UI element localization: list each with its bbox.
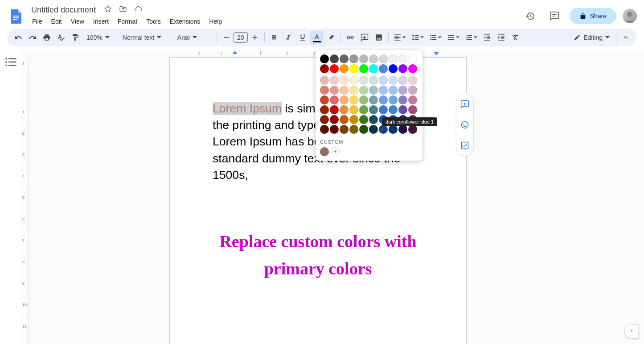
color-swatch[interactable]	[389, 76, 398, 85]
color-swatch[interactable]	[359, 125, 368, 134]
color-swatch[interactable]	[379, 86, 388, 95]
color-swatch[interactable]	[398, 86, 407, 95]
menu-file[interactable]: File	[29, 16, 46, 27]
color-swatch[interactable]	[320, 64, 329, 73]
color-swatch[interactable]	[340, 64, 349, 73]
explore-button[interactable]	[624, 324, 639, 339]
color-swatch[interactable]	[330, 76, 339, 85]
numbered-list-button[interactable]	[463, 31, 480, 44]
color-swatch[interactable]	[369, 64, 378, 73]
color-swatch[interactable]	[379, 95, 388, 104]
color-swatch[interactable]	[340, 115, 349, 124]
color-swatch[interactable]	[330, 105, 339, 114]
color-swatch[interactable]	[389, 125, 398, 134]
color-swatch[interactable]	[349, 54, 358, 63]
color-swatch[interactable]	[389, 105, 398, 114]
color-swatch[interactable]	[369, 95, 378, 104]
color-swatch[interactable]	[340, 54, 349, 63]
docs-logo[interactable]	[7, 6, 25, 26]
font-size-input[interactable]	[234, 32, 248, 43]
color-swatch[interactable]	[369, 54, 378, 63]
color-swatch[interactable]	[330, 54, 339, 63]
color-swatch[interactable]	[398, 95, 407, 104]
checklist-button[interactable]	[427, 31, 444, 44]
color-swatch[interactable]	[349, 76, 358, 85]
text-color-button[interactable]	[310, 31, 324, 44]
italic-button[interactable]	[282, 31, 295, 44]
color-swatch[interactable]	[389, 54, 398, 63]
star-icon[interactable]	[104, 5, 112, 15]
zoom-dropdown[interactable]: 100%	[83, 31, 113, 44]
color-swatch[interactable]	[398, 125, 407, 134]
color-swatch[interactable]	[408, 105, 417, 114]
custom-color-swatch[interactable]	[320, 147, 329, 156]
clear-format-button[interactable]	[509, 31, 522, 44]
color-swatch[interactable]	[398, 54, 407, 63]
color-swatch[interactable]	[340, 125, 349, 134]
color-swatch[interactable]	[320, 76, 329, 85]
increase-font-button[interactable]	[248, 31, 262, 44]
color-swatch[interactable]	[408, 76, 417, 85]
color-swatch[interactable]	[408, 125, 417, 134]
history-icon[interactable]	[521, 7, 539, 25]
color-swatch[interactable]	[359, 86, 368, 95]
line-spacing-button[interactable]	[409, 31, 426, 44]
color-swatch[interactable]	[320, 125, 329, 134]
color-swatch[interactable]	[359, 54, 368, 63]
image-button[interactable]	[372, 31, 386, 44]
color-swatch[interactable]	[389, 64, 398, 73]
color-swatch[interactable]	[379, 54, 388, 63]
align-button[interactable]	[391, 31, 408, 44]
color-swatch[interactable]	[330, 86, 339, 95]
bullet-list-button[interactable]	[445, 31, 462, 44]
color-swatch[interactable]	[369, 105, 378, 114]
decrease-indent-button[interactable]	[480, 31, 494, 44]
color-swatch[interactable]	[389, 86, 398, 95]
color-swatch[interactable]	[369, 86, 378, 95]
color-swatch[interactable]	[369, 125, 378, 134]
bold-button[interactable]	[267, 31, 281, 44]
move-icon[interactable]	[119, 5, 127, 15]
menu-extensions[interactable]: Extensions	[166, 16, 204, 27]
color-swatch[interactable]	[349, 105, 358, 114]
menu-format[interactable]: Format	[114, 16, 141, 27]
color-swatch[interactable]	[398, 105, 407, 114]
color-swatch[interactable]	[340, 76, 349, 85]
color-swatch[interactable]	[330, 64, 339, 73]
print-button[interactable]	[40, 31, 53, 44]
color-swatch[interactable]	[359, 95, 368, 104]
color-swatch[interactable]	[340, 105, 349, 114]
cloud-icon[interactable]	[134, 5, 142, 15]
menu-edit[interactable]: Edit	[48, 16, 66, 27]
emoji-side-button[interactable]	[458, 118, 472, 132]
color-swatch[interactable]	[340, 86, 349, 95]
undo-button[interactable]	[12, 31, 25, 44]
decrease-font-button[interactable]	[220, 31, 233, 44]
color-swatch[interactable]	[320, 95, 329, 104]
paint-format-button[interactable]	[69, 31, 82, 44]
color-swatch[interactable]	[369, 115, 378, 124]
document-title[interactable]: Untitled document	[29, 4, 98, 16]
redo-button[interactable]	[26, 31, 39, 44]
paragraph-style-dropdown[interactable]: Normal text	[119, 31, 168, 44]
menu-view[interactable]: View	[67, 16, 88, 27]
color-swatch[interactable]	[359, 115, 368, 124]
share-button[interactable]: Share	[570, 8, 616, 24]
increase-indent-button[interactable]	[495, 31, 508, 44]
color-swatch[interactable]	[330, 125, 339, 134]
link-button[interactable]	[344, 31, 357, 44]
menu-tools[interactable]: Tools	[143, 16, 164, 27]
color-swatch[interactable]	[379, 105, 388, 114]
color-swatch[interactable]	[330, 95, 339, 104]
font-dropdown[interactable]: Arial	[174, 31, 214, 44]
color-swatch[interactable]	[359, 105, 368, 114]
color-swatch[interactable]	[349, 95, 358, 104]
color-swatch[interactable]	[408, 86, 417, 95]
color-swatch[interactable]	[389, 95, 398, 104]
color-swatch[interactable]	[408, 95, 417, 104]
color-swatch[interactable]	[398, 76, 407, 85]
collapse-button[interactable]	[619, 31, 632, 44]
color-swatch[interactable]	[408, 64, 417, 73]
color-swatch[interactable]	[359, 64, 368, 73]
color-swatch[interactable]	[349, 64, 358, 73]
